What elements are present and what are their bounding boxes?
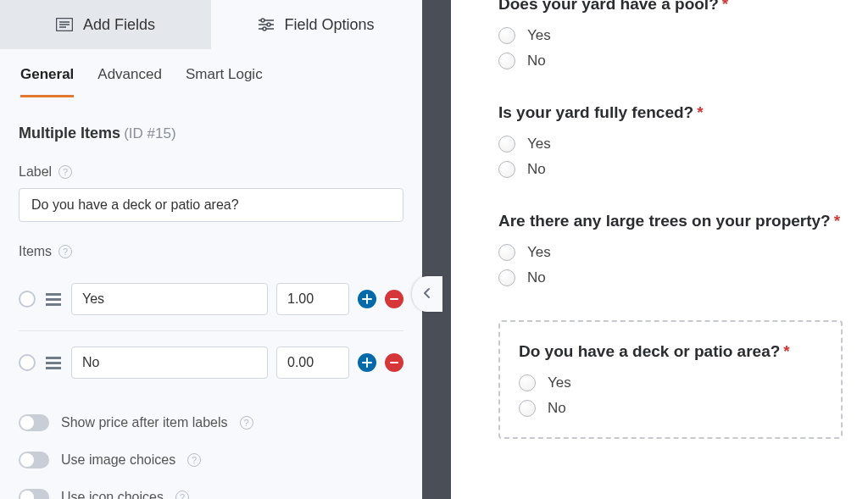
radio-icon: [498, 161, 515, 178]
svg-point-7: [267, 23, 270, 26]
preview-question[interactable]: Are there any large trees on your proper…: [498, 212, 843, 286]
toggle-image-choices: Use image choices ?: [19, 452, 403, 469]
form-preview: Does your yard have a pool?* Yes No Is y…: [451, 0, 868, 499]
item-row: [19, 330, 403, 394]
add-item-button[interactable]: [358, 353, 376, 372]
sliders-icon: [259, 18, 274, 31]
help-icon[interactable]: ?: [187, 453, 201, 467]
items-caption: Items: [19, 244, 52, 259]
sub-tab-smart-logic[interactable]: Smart Logic: [186, 66, 263, 97]
toggle-label: Show price after item labels: [61, 415, 228, 430]
field-heading: Multiple Items (ID #15): [19, 125, 403, 142]
preview-question-selected[interactable]: Do you have a deck or patio area?* Yes N…: [498, 320, 843, 439]
svg-point-9: [263, 27, 266, 30]
radio-icon: [498, 27, 515, 44]
drag-handle-icon[interactable]: [44, 357, 63, 369]
sub-tabs: General Advanced Smart Logic: [0, 49, 422, 97]
radio-icon: [498, 244, 515, 261]
collapse-sidebar-button[interactable]: [412, 276, 442, 312]
item-row: [19, 268, 403, 330]
question-option[interactable]: No: [498, 161, 843, 178]
chevron-left-icon: [423, 287, 431, 302]
sub-tab-general[interactable]: General: [20, 66, 74, 97]
required-asterisk: *: [697, 103, 703, 121]
field-id: (ID #15): [124, 125, 175, 141]
help-icon[interactable]: ?: [58, 165, 72, 179]
remove-item-button[interactable]: [385, 290, 403, 308]
tab-add-fields[interactable]: Add Fields: [0, 0, 211, 49]
question-title: Do you have a deck or patio area?*: [519, 342, 822, 361]
items-caption-row: Items ?: [19, 244, 403, 259]
tab-label: Add Fields: [83, 16, 155, 34]
panel-divider: [422, 0, 451, 499]
question-option[interactable]: Yes: [498, 27, 843, 44]
required-asterisk: *: [834, 212, 840, 230]
panel-body: Multiple Items (ID #15) Label ? Items ?: [0, 97, 422, 499]
toggle-show-price: Show price after item labels ?: [19, 414, 403, 431]
item-label-input[interactable]: [71, 347, 268, 379]
question-option[interactable]: Yes: [498, 244, 843, 261]
choice-default-radio[interactable]: [19, 291, 36, 308]
question-option[interactable]: No: [498, 269, 843, 286]
toggle-label: Use icon choices: [61, 490, 164, 499]
item-price-input[interactable]: [276, 283, 349, 315]
help-icon[interactable]: ?: [240, 416, 253, 430]
tab-field-options[interactable]: Field Options: [211, 0, 422, 49]
form-icon: [56, 18, 73, 31]
main-tabs: Add Fields Field Options: [0, 0, 422, 49]
preview-question[interactable]: Does your yard have a pool?* Yes No: [498, 0, 843, 69]
drag-handle-icon[interactable]: [44, 293, 63, 306]
help-icon[interactable]: ?: [58, 245, 72, 258]
field-label-input[interactable]: [19, 188, 403, 222]
item-price-input[interactable]: [276, 347, 349, 379]
radio-icon: [498, 136, 515, 152]
toggle-icon-choices: Use icon choices ?: [19, 489, 403, 499]
radio-icon: [498, 53, 515, 69]
required-asterisk: *: [722, 0, 728, 13]
label-caption-row: Label ?: [19, 164, 403, 180]
svg-point-5: [261, 19, 264, 22]
question-option[interactable]: No: [519, 400, 822, 417]
label-caption: Label: [19, 164, 52, 180]
radio-icon: [519, 374, 536, 391]
items-section: Items ?: [19, 244, 403, 394]
tab-label: Field Options: [284, 16, 374, 34]
item-label-input[interactable]: [71, 283, 268, 315]
choice-default-radio[interactable]: [19, 354, 36, 371]
question-title: Are there any large trees on your proper…: [498, 212, 843, 230]
question-title: Is your yard fully fenced?*: [498, 103, 843, 122]
radio-icon: [519, 400, 536, 417]
sidebar-panel: Add Fields Field Options General Advance…: [0, 0, 422, 499]
field-type-name: Multiple Items: [19, 125, 120, 141]
toggle-label: Use image choices: [61, 452, 175, 468]
required-asterisk: *: [783, 342, 789, 360]
preview-question[interactable]: Is your yard fully fenced?* Yes No: [498, 103, 843, 178]
toggle-switch[interactable]: [19, 414, 49, 431]
toggle-switch[interactable]: [19, 489, 49, 499]
remove-item-button[interactable]: [385, 353, 403, 372]
question-option[interactable]: No: [498, 53, 843, 69]
question-option[interactable]: Yes: [498, 136, 843, 152]
radio-icon: [498, 269, 515, 286]
add-item-button[interactable]: [358, 290, 376, 308]
sub-tab-advanced[interactable]: Advanced: [97, 66, 162, 97]
question-title: Does your yard have a pool?*: [498, 0, 843, 14]
toggle-switch[interactable]: [19, 452, 49, 469]
question-option[interactable]: Yes: [519, 374, 822, 391]
help-icon[interactable]: ?: [175, 491, 189, 499]
